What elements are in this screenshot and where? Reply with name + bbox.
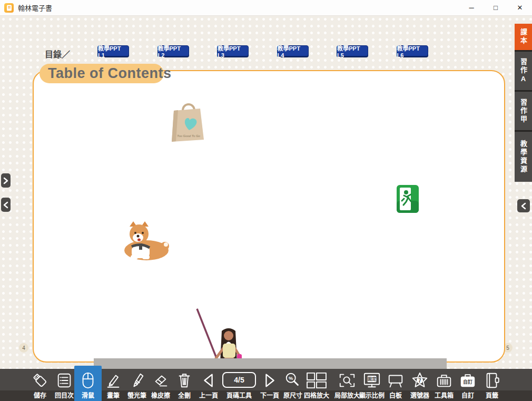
page-title: Table of Contents <box>48 65 172 82</box>
svg-text:Too Good To Go: Too Good To Go <box>177 134 201 138</box>
number-picker-button[interactable]: 7 選號器 <box>406 369 434 401</box>
right-tab-bar: 課本 習作A 習作甲 教學資源 <box>515 24 532 182</box>
collapse-left-panel-button[interactable] <box>1 198 11 212</box>
whiteboard-button[interactable]: 白板 <box>382 369 409 401</box>
highlighter-icon <box>128 371 146 390</box>
ppt-button-l6[interactable]: 教學PPT L6 <box>397 45 428 56</box>
bottom-scrollbar[interactable] <box>94 358 447 369</box>
paper-bag-image: Too Good To Go <box>166 100 209 143</box>
monitor-fixed-icon: 固定 <box>362 371 382 390</box>
page-number-tool[interactable]: 4/5 頁碼工具 <box>220 369 259 401</box>
eraser-icon <box>152 371 170 390</box>
arrow-left-icon <box>200 371 218 390</box>
window-titlebar: 翰林電子書 ─ □ ✕ <box>0 0 532 16</box>
section-label: 目錄／ <box>45 47 70 60</box>
collapse-panel-button[interactable] <box>517 199 530 212</box>
prev-page-button[interactable]: 上一頁 <box>195 369 222 401</box>
tab-workbook-jia[interactable]: 習作甲 <box>515 92 532 130</box>
app-logo-icon <box>4 3 14 13</box>
svg-text:自訂: 自訂 <box>463 379 472 385</box>
ppt-button-l3[interactable]: 教學PPT L3 <box>217 45 249 56</box>
delete-all-button[interactable]: 全刪 <box>171 369 198 401</box>
window-title: 翰林電子書 <box>18 3 52 13</box>
custom-case-icon: 自訂 <box>458 371 477 390</box>
minimize-button[interactable]: ─ <box>459 0 484 15</box>
tab-teaching-resources[interactable]: 教學資源 <box>515 132 532 182</box>
expand-left-panel-button[interactable] <box>1 173 11 188</box>
sheet-page-left: 4 <box>19 343 28 353</box>
magnifier-brackets-icon <box>337 371 357 390</box>
page-indicator[interactable]: 4/5 <box>222 372 256 388</box>
toc-card <box>33 70 505 363</box>
save-button[interactable]: 儲存 <box>26 369 54 401</box>
ppt-button-l2[interactable]: 教學PPT L2 <box>157 45 189 56</box>
page-tab-button[interactable]: 頁籤 <box>478 369 506 401</box>
pen-icon <box>104 371 122 390</box>
quad-zoom-button[interactable]: 四格放大 <box>300 369 333 401</box>
mouse-icon <box>79 371 97 390</box>
bottom-toolbar: 儲存 回目次 滑鼠 畫筆 螢光筆 橡皮擦 全刪 上一頁 <box>0 369 532 401</box>
usb-save-icon <box>31 371 49 390</box>
close-button[interactable]: ✕ <box>508 0 532 15</box>
maximize-button[interactable]: □ <box>484 0 508 15</box>
shiba-dog-image <box>116 220 170 261</box>
ppt-button-l4[interactable]: 教學PPT L4 <box>277 45 309 56</box>
arrow-right-icon <box>261 371 279 390</box>
trash-icon <box>175 371 193 390</box>
ppt-button-l5[interactable]: 教學PPT L5 <box>337 45 368 56</box>
star-picker-icon: 7 <box>410 371 429 390</box>
mouse-tool-button[interactable]: 滑鼠 <box>74 366 102 401</box>
svg-text:%: % <box>289 375 293 381</box>
toc-list-icon <box>55 371 73 390</box>
svg-text:固定: 固定 <box>367 376 377 382</box>
tab-workbook-a[interactable]: 習作A <box>515 52 532 90</box>
four-pane-grid-icon <box>305 371 328 390</box>
area-zoom-button[interactable]: 局部放大 <box>333 369 361 401</box>
exit-sign-image <box>397 185 419 213</box>
notebook-bookmark-icon <box>482 371 501 390</box>
custom-button[interactable]: 自訂 自訂 <box>454 369 481 401</box>
svg-text:7: 7 <box>418 378 421 384</box>
whiteboard-icon <box>386 371 405 390</box>
toolbox-icon <box>435 371 454 390</box>
zoom-percent-icon: % <box>284 371 302 390</box>
tab-textbook[interactable]: 課本 <box>515 24 532 50</box>
ppt-button-l1[interactable]: 教學PPT L1 <box>97 45 129 56</box>
